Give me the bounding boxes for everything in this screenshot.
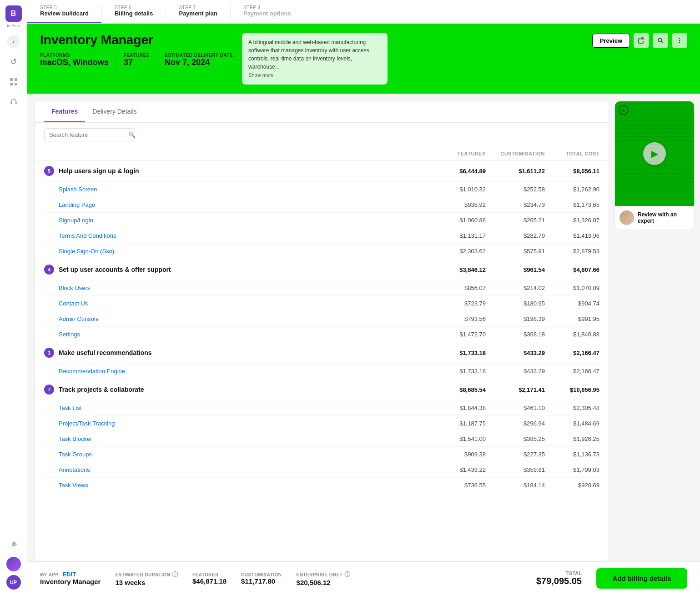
item-customisation-cost: $575.91 <box>486 248 545 255</box>
rocket-icon[interactable] <box>5 537 22 553</box>
item-customisation-cost: $385.25 <box>486 435 545 442</box>
step-8[interactable]: STEP 8 Payment options <box>231 0 304 23</box>
main-content: STEP 5 Review buildcard STEP 6 Billing d… <box>27 0 700 595</box>
grid-icon[interactable] <box>5 74 22 90</box>
more-options-icon[interactable]: ⋮ <box>672 33 687 48</box>
sidebar: B In Beta ‹ ↺ UP <box>0 0 27 595</box>
group-row[interactable]: 1 Make useful recommendations $1,733.18 … <box>44 342 599 363</box>
item-name[interactable]: Admin Console <box>59 315 431 322</box>
item-customisation-cost: $359.81 <box>486 466 545 473</box>
svg-rect-1 <box>15 78 17 81</box>
item-features-cost: $1,187.75 <box>431 420 486 427</box>
item-customisation-cost: $180.95 <box>486 300 545 307</box>
group-features-cost: $1,733.18 <box>431 350 486 356</box>
features-cost-value: $46,871.18 <box>192 577 227 585</box>
headset-icon[interactable] <box>5 94 22 110</box>
svg-point-4 <box>14 544 15 545</box>
list-item: Recommendation Engine $1,733.18 $433.29 … <box>44 363 599 379</box>
search-icon: 🔍 <box>128 131 136 138</box>
item-name[interactable]: Contact Us <box>59 300 431 307</box>
edit-link[interactable]: Edit <box>63 571 76 578</box>
play-button[interactable]: ▶ <box>643 142 666 165</box>
group-name: Help users sign up & login <box>59 167 431 175</box>
duration-info-icon[interactable]: ⓘ <box>172 571 178 578</box>
item-features-cost: $723.79 <box>431 300 486 307</box>
item-name[interactable]: Project/Task Tracking <box>59 420 431 427</box>
group-row[interactable]: 5 Help users sign up & login $6,444.89 $… <box>44 160 599 181</box>
group-row[interactable]: 4 Set up user accounts & offer support $… <box>44 259 599 280</box>
step-6[interactable]: STEP 6 Billing details <box>102 0 166 23</box>
item-name[interactable]: Task Blocker <box>59 435 431 442</box>
collapse-button[interactable]: ‹ <box>7 35 20 48</box>
search-circle-icon[interactable] <box>653 33 668 48</box>
group-features-cost: $8,685.54 <box>431 386 486 393</box>
item-total-cost: $2,305.48 <box>545 405 599 411</box>
item-name[interactable]: Signup/Login <box>59 217 431 224</box>
group-total-cost: $8,056.11 <box>545 168 599 175</box>
item-features-cost: $1,131.17 <box>431 232 486 239</box>
item-features-cost: $1,733.18 <box>431 368 486 375</box>
item-name[interactable]: Task Groups <box>59 451 431 458</box>
item-total-cost: $904.74 <box>545 300 599 307</box>
item-name[interactable]: Landing Page <box>59 201 431 208</box>
item-total-cost: $1,173.65 <box>545 201 599 208</box>
item-name[interactable]: Task Views <box>59 482 431 489</box>
item-features-cost: $1,472.70 <box>431 331 486 338</box>
undo-icon[interactable]: ↺ <box>5 54 22 70</box>
group-name: Set up user accounts & offer support <box>59 266 431 273</box>
item-name[interactable]: Task List <box>59 405 431 411</box>
group-row[interactable]: 7 Track projects & collaborate $8,685.54… <box>44 379 599 400</box>
item-features-cost: $2,303.62 <box>431 248 486 255</box>
list-item: Admin Console $793.56 $198.39 $991.95 <box>44 311 599 326</box>
item-total-cost: $2,879.53 <box>545 248 599 255</box>
user-avatar[interactable] <box>6 557 21 571</box>
group-features-cost: $6,444.89 <box>431 168 486 175</box>
list-item: Task Views $736.55 $184.14 $920.69 <box>44 477 599 493</box>
item-customisation-cost: $265.21 <box>486 217 545 224</box>
up-button[interactable]: UP <box>6 575 21 590</box>
list-item: Task Groups $909.38 $227.35 $1,136.73 <box>44 446 599 462</box>
preview-card: + ▶ Review with an expert <box>614 101 695 230</box>
group-customisation-cost: $433.29 <box>486 350 545 356</box>
preview-button[interactable]: Preview <box>592 34 630 48</box>
app-logo: B <box>5 5 22 22</box>
item-name[interactable]: Splash Screen <box>59 186 431 193</box>
table-header: FEATURES CUSTOMISATION TOTAL COST <box>35 147 609 160</box>
list-item: Splash Screen $1,010.32 $252.58 $1,262.9… <box>44 181 599 197</box>
item-features-cost: $938.92 <box>431 201 486 208</box>
content-area: Features Delivery Details 🔍 FEATURES CUS… <box>27 94 700 561</box>
customisation-section: CUSTOMISATION $11,717.80 <box>241 572 282 585</box>
tab-delivery[interactable]: Delivery Details <box>85 101 144 122</box>
show-more-link[interactable]: Show more <box>248 72 274 78</box>
search-input-wrap[interactable]: 🔍 <box>44 128 135 141</box>
step-5[interactable]: STEP 5 Review buildcard <box>27 0 101 23</box>
add-icon[interactable]: + <box>619 105 629 115</box>
item-name[interactable]: Block Users <box>59 285 431 291</box>
enterprise-info-icon[interactable]: ⓘ <box>344 571 351 578</box>
step-7[interactable]: STEP 7 Payment plan <box>166 0 230 23</box>
item-customisation-cost: $461.10 <box>486 405 545 411</box>
item-customisation-cost: $368.18 <box>486 331 545 338</box>
item-name[interactable]: Annotations <box>59 466 431 473</box>
item-name[interactable]: Recommendation Engine <box>59 368 431 375</box>
item-name[interactable]: Settings <box>59 331 431 338</box>
feature-groups: 5 Help users sign up & login $6,444.89 $… <box>35 160 609 493</box>
tab-features[interactable]: Features <box>44 101 85 122</box>
share-icon[interactable] <box>634 33 649 48</box>
add-billing-button[interactable]: Add billing details <box>596 568 687 589</box>
search-bar: 🔍 <box>35 123 609 147</box>
review-expert-label: Review with an expert <box>638 211 690 224</box>
hero-description: A bilingual mobile and web-based manufac… <box>242 33 388 85</box>
item-customisation-cost: $198.39 <box>486 315 545 322</box>
my-app-label: MY APP Edit <box>40 571 101 578</box>
list-item: Terms And Conditions $1,131.17 $282.79 $… <box>44 228 599 243</box>
item-customisation-cost: $282.79 <box>486 232 545 239</box>
review-expert-section[interactable]: Review with an expert <box>615 206 694 230</box>
group-name: Make useful recommendations <box>59 349 431 356</box>
item-name[interactable]: Single Sign-On (Sso) <box>59 248 431 255</box>
group-features-cost: $3,846.12 <box>431 266 486 273</box>
list-item: Project/Task Tracking $1,187.75 $296.94 … <box>44 415 599 431</box>
item-name[interactable]: Terms And Conditions <box>59 232 431 239</box>
search-input[interactable] <box>49 131 126 138</box>
project-title: Inventory Manager <box>40 33 233 47</box>
